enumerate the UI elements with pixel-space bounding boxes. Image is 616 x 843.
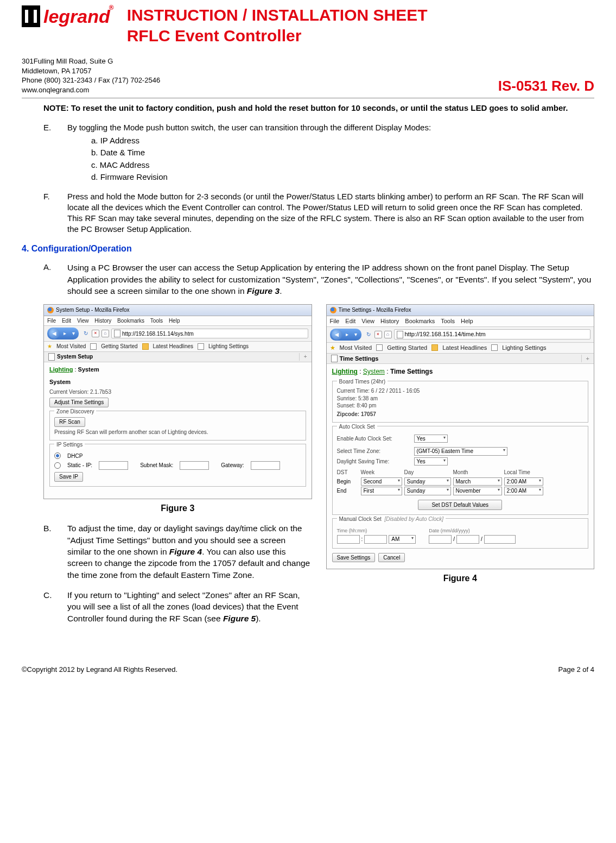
figure-4-caption: Figure 4	[326, 573, 595, 584]
stop-icon[interactable]: ×	[374, 331, 382, 338]
colon-sep: :	[361, 536, 363, 543]
bm-lighting-settings[interactable]: Lighting Settings	[208, 343, 249, 350]
legend-auto-clock: Auto Clock Set	[337, 423, 377, 431]
manual-min-input[interactable]	[364, 535, 387, 544]
legend-zone-discovery: Zone Discovery	[54, 408, 96, 416]
legend-ip-settings: IP Settings	[54, 441, 85, 449]
dst-select[interactable]: Yes	[414, 457, 448, 466]
set-dst-defaults-button[interactable]: Set DST Default Values	[418, 500, 502, 511]
menu-view[interactable]: View	[361, 318, 374, 324]
address-line1: 301Fulling Mill Road, Suite G	[22, 56, 160, 66]
gateway-input[interactable]	[251, 461, 280, 470]
item-c-letter: C.	[43, 589, 56, 624]
forward-icon[interactable]: ▸	[61, 330, 68, 337]
nav-dropdown-icon[interactable]: ▾	[69, 330, 77, 337]
menu-history[interactable]: History	[94, 318, 111, 324]
logo: legrand ®	[22, 5, 116, 27]
bm-getting-started[interactable]: Getting Started	[101, 343, 137, 350]
fig3-bookmarks-bar[interactable]: ★ Most Visited Getting Started Latest He…	[44, 342, 312, 352]
menu-help[interactable]: Help	[169, 318, 180, 324]
back-icon[interactable]: ◄	[332, 329, 342, 340]
static-ip-input[interactable]	[99, 461, 128, 470]
fig4-url: http://192.168.151.14/time.htm	[405, 330, 486, 338]
bm-latest-headlines[interactable]: Latest Headlines	[442, 344, 487, 352]
nav-dropdown-icon[interactable]: ▾	[352, 331, 360, 338]
rf-scan-button[interactable]: RF Scan	[54, 417, 85, 427]
dst-end-time[interactable]: 2:00 AM	[504, 487, 543, 495]
legend-manual-clock: Manual Clock Set [Disabled by Auto Clock…	[337, 515, 446, 523]
fig4-bookmarks-bar[interactable]: ★ Most Visited Getting Started Latest He…	[327, 343, 594, 354]
current-version: Current Version: 2.1.7b53	[49, 388, 306, 396]
timezone-select[interactable]: (GMT-05) Eastern Time	[414, 447, 507, 456]
menu-tools[interactable]: Tools	[150, 318, 163, 324]
fig3-menubar[interactable]: File Edit View History Bookmarks Tools H…	[44, 316, 312, 326]
item-a-figref: Figure 3	[247, 286, 280, 295]
manual-ampm-select[interactable]: AM	[389, 535, 416, 544]
bm-most-visited[interactable]: Most Visited	[340, 344, 372, 352]
menu-tools[interactable]: Tools	[441, 318, 455, 324]
dhcp-radio[interactable]	[54, 452, 61, 459]
bm-getting-started[interactable]: Getting Started	[387, 344, 427, 352]
adjust-time-settings-button[interactable]: Adjust Time Settings	[49, 398, 109, 407]
menu-view[interactable]: View	[77, 318, 89, 324]
forward-icon[interactable]: ▸	[344, 331, 351, 338]
fig4-tab[interactable]: Time Settings	[340, 355, 379, 363]
manual-dd-input[interactable]	[456, 535, 479, 544]
manual-yyyy-input[interactable]	[484, 535, 516, 544]
item-a-text-2: .	[280, 286, 282, 295]
dst-end-day[interactable]: Sunday	[404, 487, 451, 495]
menu-file[interactable]: File	[47, 318, 56, 324]
subnet-input[interactable]	[180, 461, 209, 470]
slash-sep: /	[453, 536, 455, 543]
crumb-lighting[interactable]: Lighting	[49, 366, 73, 373]
new-tab-icon[interactable]: +	[299, 353, 307, 361]
manual-time-label: Time (hh:mm)	[337, 527, 416, 534]
dst-end-week[interactable]: First	[361, 487, 402, 495]
home-icon[interactable]: ⌂	[101, 330, 109, 337]
dst-hdr-dst: DST	[337, 469, 359, 476]
reload-icon[interactable]: ↻	[365, 331, 372, 338]
enable-auto-select[interactable]: Yes	[414, 435, 448, 443]
nav-back-forward[interactable]: ◄ ▸ ▾	[330, 329, 361, 341]
bm-latest-headlines[interactable]: Latest Headlines	[153, 343, 194, 350]
current-time: Current Time: 6 / 22 / 2011 - 16:05	[337, 387, 584, 395]
fig4-menubar[interactable]: File Edit View History Bookmarks Tools H…	[327, 316, 594, 327]
dst-begin-week[interactable]: Second	[361, 477, 402, 486]
save-ip-button[interactable]: Save IP	[54, 472, 83, 482]
cancel-button[interactable]: Cancel	[378, 553, 405, 563]
stop-icon[interactable]: ×	[92, 330, 99, 337]
folder-icon	[142, 343, 149, 350]
dst-begin-month[interactable]: March	[453, 477, 502, 486]
static-radio[interactable]	[54, 462, 61, 469]
dst-end-month[interactable]: November	[453, 487, 502, 495]
reload-icon[interactable]: ↻	[82, 330, 90, 337]
item-a-text-1: Using a PC Browser the user can access t…	[67, 263, 591, 295]
manual-mm-input[interactable]	[429, 535, 452, 544]
fig3-tab[interactable]: System Setup	[57, 353, 93, 361]
crumb-lighting[interactable]: Lighting	[332, 368, 358, 375]
menu-help[interactable]: Help	[461, 318, 473, 324]
url-bar[interactable]: http://192.168.151.14/time.htm	[394, 329, 591, 339]
dst-begin-day[interactable]: Sunday	[404, 477, 451, 486]
nav-back-forward[interactable]: ◄ ▸ ▾	[47, 328, 79, 339]
new-tab-icon[interactable]: +	[581, 355, 589, 363]
menu-edit[interactable]: Edit	[345, 318, 355, 324]
menu-file[interactable]: File	[330, 318, 340, 324]
menu-bookmarks[interactable]: Bookmarks	[117, 318, 144, 324]
menu-edit[interactable]: Edit	[62, 318, 71, 324]
bm-most-visited[interactable]: Most Visited	[56, 343, 86, 350]
crumb-system[interactable]: System	[363, 368, 385, 375]
url-bar[interactable]: http://192.168.151.14/sys.htm	[111, 329, 308, 338]
home-icon[interactable]: ⌂	[384, 331, 392, 338]
back-icon[interactable]: ◄	[49, 328, 60, 339]
item-f-letter: F.	[43, 191, 56, 235]
save-settings-button[interactable]: Save Settings	[332, 553, 376, 563]
dst-begin-time[interactable]: 2:00 AM	[504, 477, 543, 486]
manual-hour-input[interactable]	[337, 535, 360, 544]
manual-date-label: Date (mm/dd/yyyy)	[429, 527, 516, 534]
menu-bookmarks[interactable]: Bookmarks	[405, 318, 435, 324]
menu-history[interactable]: History	[380, 318, 399, 324]
item-b-letter: B.	[43, 523, 56, 581]
logo-text: legrand	[43, 7, 110, 26]
bm-lighting-settings[interactable]: Lighting Settings	[502, 344, 546, 352]
